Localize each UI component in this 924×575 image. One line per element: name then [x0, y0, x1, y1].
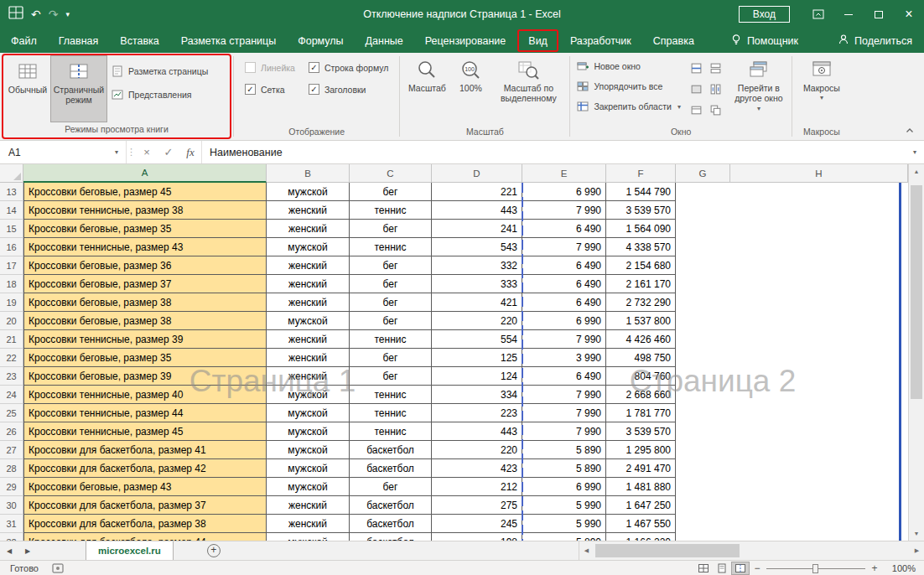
cell[interactable]: 124 [432, 367, 522, 386]
cell[interactable]: 7 990 [522, 422, 606, 441]
cell[interactable]: Кроссовки теннисные, размер 45 [23, 422, 267, 441]
formula-bar-resize-handle[interactable]: ⋮ [126, 141, 136, 163]
cell[interactable] [676, 404, 730, 422]
custom-views-button[interactable]: Представления [107, 85, 228, 104]
cell[interactable]: Кроссовки для баскетбола, размер 44 [23, 533, 267, 541]
ribbon-tab[interactable]: Вставка [109, 28, 169, 53]
cell[interactable]: 212 [432, 478, 522, 496]
insert-function-icon[interactable]: fx [179, 141, 201, 163]
cell[interactable] [676, 478, 730, 496]
cell[interactable]: мужской [267, 533, 350, 541]
ribbon-tab[interactable]: Формулы [287, 28, 354, 53]
cell[interactable] [730, 183, 908, 201]
minimize-button[interactable] [833, 0, 864, 28]
cell[interactable]: Кроссовки беговые, размер 36 [23, 256, 267, 275]
cell[interactable]: Кроссовки беговые, размер 39 [23, 367, 267, 386]
cell[interactable]: 333 [432, 275, 522, 293]
cell[interactable]: 125 [432, 349, 522, 367]
scroll-down-icon[interactable]: ▼ [909, 526, 924, 541]
cell[interactable]: 241 [432, 220, 522, 238]
horizontal-scrollbar[interactable]: ◀ ▶ [579, 541, 924, 560]
display-option-checkbox[interactable]: ✓Заголовки [309, 84, 388, 95]
cell[interactable]: женский [267, 349, 350, 367]
ribbon-tab[interactable]: Данные [355, 28, 414, 53]
cell[interactable]: 220 [432, 441, 522, 459]
cell[interactable]: женский [267, 515, 350, 533]
zoom-in-icon[interactable]: + [867, 562, 882, 574]
macro-record-icon[interactable] [52, 563, 64, 573]
column-header[interactable]: C [350, 164, 432, 183]
cell[interactable]: 6 490 [522, 293, 606, 312]
collapse-ribbon-icon[interactable] [902, 125, 917, 137]
cell[interactable]: мужской [267, 312, 350, 330]
formula-input[interactable]: Наименование [201, 141, 906, 163]
ribbon-tab[interactable]: Файл [0, 28, 48, 53]
row-header[interactable]: 24 [0, 386, 23, 404]
cell[interactable]: женский [267, 293, 350, 312]
cell[interactable]: 6 990 [522, 478, 606, 496]
cell[interactable]: Кроссовки для баскетбола, размер 38 [23, 515, 267, 533]
horizontal-scroll-thumb[interactable] [595, 544, 740, 557]
cell[interactable] [730, 422, 908, 441]
ribbon-tab-active[interactable]: Вид [517, 29, 558, 52]
page-break-preview-status-icon[interactable] [731, 562, 750, 575]
cell[interactable]: мужской [267, 422, 350, 441]
row-header[interactable]: 31 [0, 515, 23, 533]
row-header[interactable]: 22 [0, 349, 23, 367]
cell[interactable]: 7 990 [522, 404, 606, 422]
cell[interactable]: 2 491 470 [606, 459, 676, 478]
cell[interactable]: Кроссовки беговые, размер 35 [23, 349, 267, 367]
cell[interactable]: Кроссовки теннисные, размер 44 [23, 404, 267, 422]
row-header[interactable]: 17 [0, 256, 23, 275]
column-header[interactable]: D [432, 164, 522, 183]
row-header[interactable]: 18 [0, 275, 23, 293]
next-sheet-icon[interactable]: ▶ [18, 541, 37, 560]
cell[interactable]: 2 161 170 [606, 275, 676, 293]
column-header[interactable]: F [606, 164, 676, 183]
cell[interactable]: 245 [432, 515, 522, 533]
cell[interactable] [730, 367, 908, 386]
cell[interactable]: 3 539 570 [606, 201, 676, 220]
cell[interactable]: 6 490 [522, 275, 606, 293]
cell[interactable]: женский [267, 201, 350, 220]
scroll-right-icon[interactable]: ▶ [910, 541, 924, 560]
confirm-entry-icon[interactable]: ✓ [158, 141, 179, 163]
name-box-dropdown-icon[interactable]: ▾ [107, 148, 126, 156]
cell[interactable] [730, 496, 908, 515]
page-layout-status-icon[interactable] [713, 562, 731, 575]
cell[interactable] [730, 459, 908, 478]
column-header[interactable]: H [730, 164, 908, 183]
cell[interactable]: женский [267, 330, 350, 349]
cell[interactable] [676, 349, 730, 367]
share-button[interactable]: Поделиться [838, 28, 912, 53]
ribbon-tab[interactable]: Главная [48, 28, 110, 53]
ribbon-tab[interactable]: Разметка страницы [170, 28, 287, 53]
cell[interactable]: женский [267, 496, 350, 515]
cell[interactable]: 423 [432, 459, 522, 478]
cell[interactable]: 7 990 [522, 201, 606, 220]
cell[interactable]: 5 990 [522, 496, 606, 515]
cell[interactable]: 1 544 790 [606, 183, 676, 201]
cell[interactable] [730, 312, 908, 330]
cell[interactable]: бег [350, 183, 432, 201]
excel-logo-icon[interactable] [8, 5, 23, 23]
cell[interactable]: 7 990 [522, 386, 606, 404]
sign-in-button[interactable]: Вход [739, 6, 790, 23]
view-side-by-side-icon[interactable] [707, 59, 725, 77]
cell[interactable]: Кроссовки для баскетбола, размер 41 [23, 441, 267, 459]
cell[interactable]: теннис [350, 238, 432, 256]
row-header[interactable]: 14 [0, 201, 23, 220]
cell[interactable] [676, 496, 730, 515]
cell[interactable]: 6 990 [522, 183, 606, 201]
cell[interactable]: Кроссовки беговые, размер 43 [23, 478, 267, 496]
row-header[interactable]: 13 [0, 183, 23, 201]
cell[interactable]: 1 467 550 [606, 515, 676, 533]
cell[interactable]: бег [350, 478, 432, 496]
cell[interactable] [730, 330, 908, 349]
cell[interactable]: женский [267, 220, 350, 238]
cell[interactable]: Кроссовки для баскетбола, размер 37 [23, 496, 267, 515]
cell[interactable]: баскетбол [350, 515, 432, 533]
cell[interactable]: баскетбол [350, 441, 432, 459]
cell[interactable]: 7 990 [522, 330, 606, 349]
cell[interactable] [730, 386, 908, 404]
